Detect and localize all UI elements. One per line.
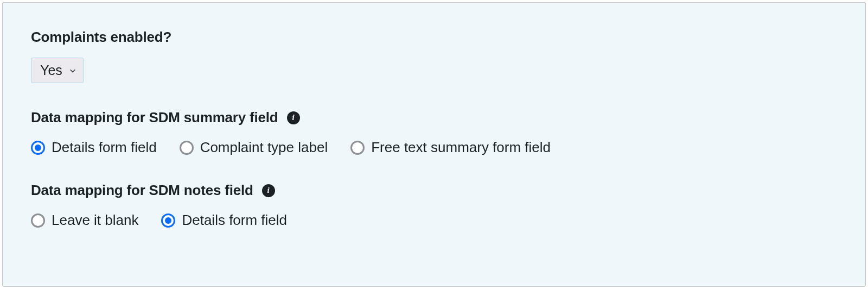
radio-label: Free text summary form field bbox=[371, 139, 551, 156]
radio-complaint-type-label[interactable]: Complaint type label bbox=[180, 139, 328, 156]
info-icon[interactable]: i bbox=[262, 184, 275, 197]
radio-label: Leave it blank bbox=[52, 212, 138, 229]
sdm-summary-radio-group: Details form field Complaint type label … bbox=[31, 139, 837, 156]
sdm-summary-mapping-section: Data mapping for SDM summary field i Det… bbox=[31, 109, 837, 156]
radio-indicator bbox=[161, 213, 175, 228]
settings-panel: Complaints enabled? Yes Data mapping for… bbox=[2, 2, 866, 287]
radio-details-form-field-notes[interactable]: Details form field bbox=[161, 212, 287, 229]
complaints-enabled-select-value: Yes bbox=[40, 62, 62, 78]
radio-label: Complaint type label bbox=[200, 139, 328, 156]
radio-leave-blank[interactable]: Leave it blank bbox=[31, 212, 138, 229]
radio-indicator bbox=[31, 213, 45, 228]
radio-free-text-summary[interactable]: Free text summary form field bbox=[350, 139, 551, 156]
sdm-summary-mapping-label: Data mapping for SDM summary field bbox=[31, 109, 278, 126]
radio-indicator bbox=[180, 141, 194, 155]
radio-indicator bbox=[31, 141, 45, 155]
complaints-enabled-label: Complaints enabled? bbox=[31, 29, 837, 46]
radio-details-form-field[interactable]: Details form field bbox=[31, 139, 157, 156]
complaints-enabled-section: Complaints enabled? Yes bbox=[31, 29, 837, 83]
chevron-down-icon bbox=[69, 67, 76, 74]
radio-label: Details form field bbox=[182, 212, 287, 229]
radio-label: Details form field bbox=[52, 139, 157, 156]
sdm-notes-mapping-section: Data mapping for SDM notes field i Leave… bbox=[31, 182, 837, 229]
sdm-notes-label-row: Data mapping for SDM notes field i bbox=[31, 182, 837, 199]
sdm-notes-mapping-label: Data mapping for SDM notes field bbox=[31, 182, 253, 199]
sdm-notes-radio-group: Leave it blank Details form field bbox=[31, 212, 837, 229]
sdm-summary-label-row: Data mapping for SDM summary field i bbox=[31, 109, 837, 126]
info-icon[interactable]: i bbox=[287, 111, 300, 124]
radio-indicator bbox=[350, 141, 365, 155]
complaints-enabled-select[interactable]: Yes bbox=[31, 58, 84, 83]
